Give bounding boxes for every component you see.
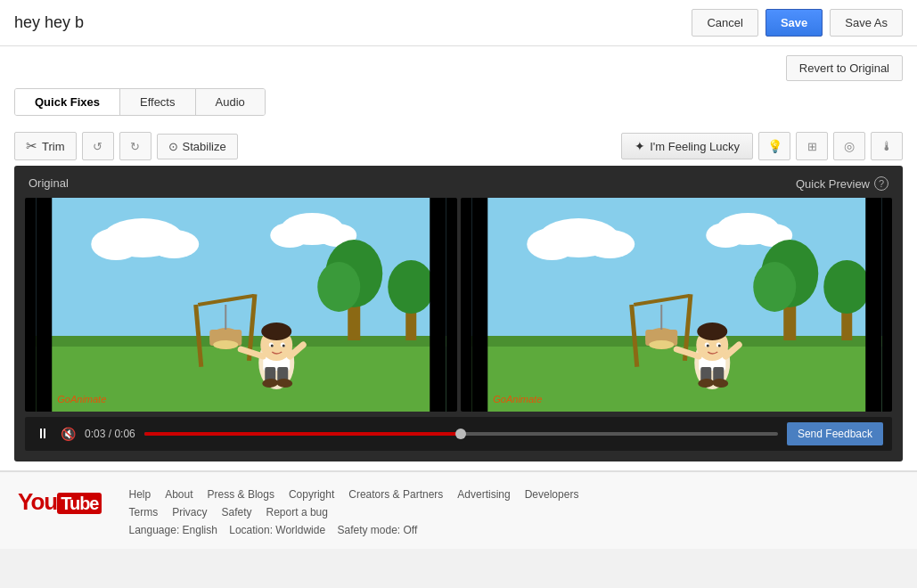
save-as-button[interactable]: Save As — [830, 9, 903, 37]
svg-point-7 — [270, 223, 309, 248]
page-title: hey hey b — [14, 13, 692, 32]
svg-point-43 — [585, 230, 635, 258]
svg-point-67 — [706, 345, 708, 347]
tab-effects[interactable]: Effects — [120, 89, 196, 115]
cancel-button[interactable]: Cancel — [692, 9, 757, 37]
svg-point-68 — [717, 345, 720, 347]
footer-link-safety[interactable]: Safety — [222, 506, 252, 519]
svg-point-19 — [213, 340, 238, 349]
tab-quick-fixes[interactable]: Quick Fixes — [15, 89, 120, 115]
svg-point-4 — [91, 228, 141, 260]
svg-rect-35 — [36, 198, 52, 412]
footer-link-creators[interactable]: Creators & Partners — [348, 488, 443, 501]
progress-fill — [144, 432, 462, 436]
lucky-icon: ✦ — [635, 139, 645, 153]
pause-button[interactable]: ⏸ — [34, 426, 52, 442]
svg-point-26 — [261, 323, 291, 340]
tab-bar: Quick Fixes Effects Audio — [14, 88, 266, 116]
footer-link-report[interactable]: Report a bug — [266, 506, 328, 519]
preview-frame: GoAnimate — [461, 198, 893, 412]
undo-icon: ↺ — [93, 140, 102, 153]
thermometer-icon: 🌡 — [880, 139, 893, 153]
footer-nav-secondary: Terms Privacy Safety Report a bug — [128, 506, 899, 519]
quick-fixes-toolbar: ✂ Trim ↺ ↻ ⊙ Stabilize ✦ I'm Feeling Luc… — [14, 127, 903, 166]
footer-link-help[interactable]: Help — [128, 488, 151, 501]
bulb-button[interactable]: 💡 — [758, 132, 790, 160]
footer-nav-primary: Help About Press & Blogs Copyright Creat… — [128, 488, 899, 501]
video-container: Original Quick Preview ? — [14, 166, 903, 461]
svg-point-42 — [527, 228, 577, 260]
progress-handle[interactable] — [455, 429, 466, 439]
svg-rect-74 — [865, 198, 881, 412]
save-button[interactable]: Save — [766, 9, 823, 37]
svg-point-57 — [649, 340, 674, 349]
video-frames: GoAnimate — [25, 198, 892, 412]
svg-point-64 — [697, 323, 727, 340]
svg-point-49 — [753, 262, 796, 312]
logo-text: YouTube — [18, 488, 102, 515]
circle-icon: ◎ — [844, 139, 855, 153]
svg-point-30 — [282, 345, 285, 347]
time-display: 0:03 / 0:06 — [85, 428, 135, 440]
send-feedback-button[interactable]: Send Feedback — [787, 422, 883, 445]
footer-info: Language: English Location: Worldwide Sa… — [128, 524, 899, 536]
revert-button[interactable]: Revert to Original — [786, 55, 903, 81]
footer-link-advertising[interactable]: Advertising — [457, 488, 510, 501]
lucky-button[interactable]: ✦ I'm Feeling Lucky — [621, 133, 753, 159]
circle-button[interactable]: ◎ — [833, 132, 865, 160]
preview-label: Quick Preview ? — [796, 176, 888, 191]
original-frame: GoAnimate — [25, 198, 457, 412]
header: hey hey b Cancel Save Save As — [0, 0, 917, 46]
svg-point-11 — [317, 262, 360, 312]
redo-icon: ↻ — [130, 140, 140, 153]
footer-link-terms[interactable]: Terms — [128, 506, 158, 519]
svg-point-51 — [823, 260, 870, 314]
footer-links: Help About Press & Blogs Copyright Creat… — [128, 488, 899, 536]
crop-icon: ⊞ — [807, 140, 817, 153]
stabilize-button[interactable]: ⊙ Stabilize — [157, 134, 238, 159]
help-icon[interactable]: ? — [874, 176, 888, 191]
svg-point-45 — [706, 223, 745, 248]
footer-link-press[interactable]: Press & Blogs — [208, 488, 274, 501]
footer-link-copyright[interactable]: Copyright — [289, 488, 334, 501]
svg-rect-73 — [471, 198, 487, 412]
crop-button[interactable]: ⊞ — [796, 132, 828, 160]
youtube-logo: YouTube — [18, 490, 102, 513]
scissors-icon: ✂ — [26, 138, 37, 154]
svg-point-5 — [149, 230, 199, 258]
footer: YouTube Help About Press & Blogs Copyrig… — [0, 471, 917, 549]
editor-area: Revert to Original Quick Fixes Effects A… — [0, 46, 917, 471]
progress-bar[interactable] — [144, 432, 778, 436]
undo-button[interactable]: ↺ — [82, 132, 114, 160]
trim-button[interactable]: ✂ Trim — [14, 132, 77, 160]
svg-point-29 — [271, 345, 274, 347]
playback-bar: ⏸ 🔇 0:03 / 0:06 Send Feedback — [25, 417, 892, 451]
bulb-icon: 💡 — [767, 139, 782, 153]
svg-rect-36 — [430, 198, 446, 412]
footer-link-privacy[interactable]: Privacy — [172, 506, 207, 519]
thermometer-button[interactable]: 🌡 — [871, 132, 903, 160]
svg-point-13 — [388, 260, 434, 314]
footer-link-about[interactable]: About — [165, 488, 192, 501]
redo-button[interactable]: ↻ — [119, 132, 151, 160]
video-labels: Original Quick Preview ? — [25, 176, 892, 191]
header-buttons: Cancel Save Save As — [692, 9, 903, 37]
volume-button[interactable]: 🔇 — [61, 427, 76, 441]
footer-link-developers[interactable]: Developers — [525, 488, 579, 501]
tab-audio[interactable]: Audio — [196, 89, 265, 115]
svg-text:GoAnimate: GoAnimate — [57, 394, 106, 404]
stabilize-icon: ⊙ — [168, 140, 178, 153]
revert-row: Revert to Original — [14, 55, 903, 81]
svg-text:GoAnimate: GoAnimate — [493, 394, 542, 404]
original-label: Original — [29, 176, 796, 191]
